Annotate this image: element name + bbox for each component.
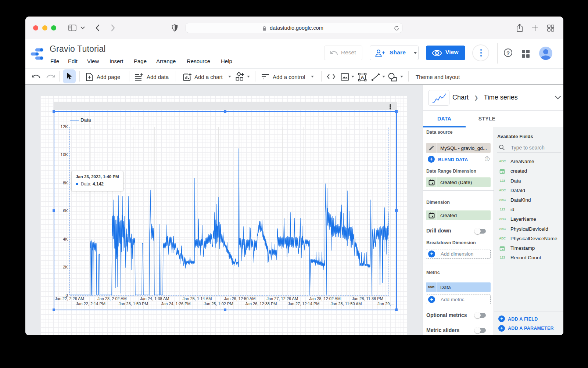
- svg-text:A: A: [361, 75, 364, 80]
